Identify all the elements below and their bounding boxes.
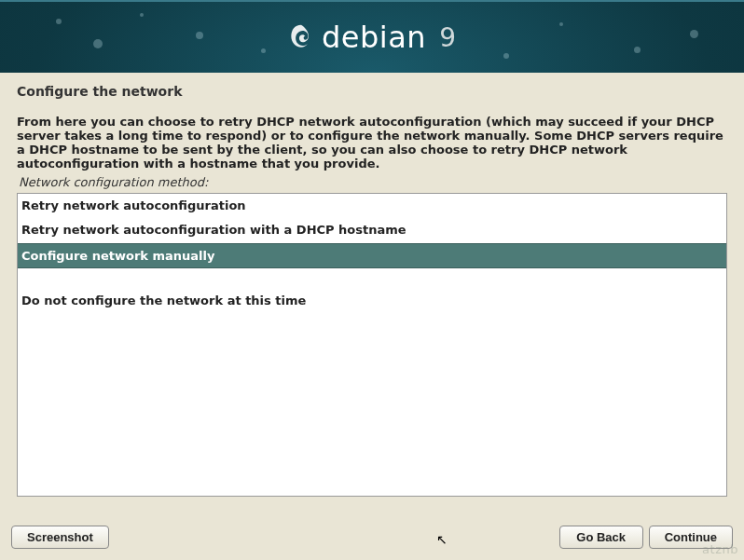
footer: Screenshot Go Back Continue: [0, 526, 744, 549]
page-title: Configure the network: [17, 84, 727, 99]
debian-swirl-icon: [288, 22, 314, 52]
list-item[interactable]: Retry network autoconfiguration with a D…: [18, 218, 726, 243]
page-description: From here you can choose to retry DHCP n…: [17, 116, 727, 171]
continue-button[interactable]: Continue: [649, 526, 733, 549]
list-item[interactable]: Retry network autoconfiguration: [18, 194, 726, 219]
brand-version: 9: [439, 22, 456, 53]
list-spacer: [18, 268, 726, 289]
field-label: Network configuration method:: [19, 175, 727, 189]
go-back-button[interactable]: Go Back: [559, 526, 643, 549]
network-method-listbox[interactable]: Retry network autoconfigurationRetry net…: [17, 193, 727, 497]
installer-header: debian 9: [0, 0, 744, 73]
screenshot-button[interactable]: Screenshot: [11, 526, 109, 549]
list-item[interactable]: Configure network manually: [18, 243, 726, 269]
list-item[interactable]: Do not configure the network at this tim…: [18, 289, 726, 314]
footer-right: Go Back Continue: [559, 526, 733, 549]
brand-text: debian: [322, 20, 426, 55]
brand: debian 9: [288, 20, 456, 55]
content-area: Configure the network From here you can …: [0, 73, 744, 497]
